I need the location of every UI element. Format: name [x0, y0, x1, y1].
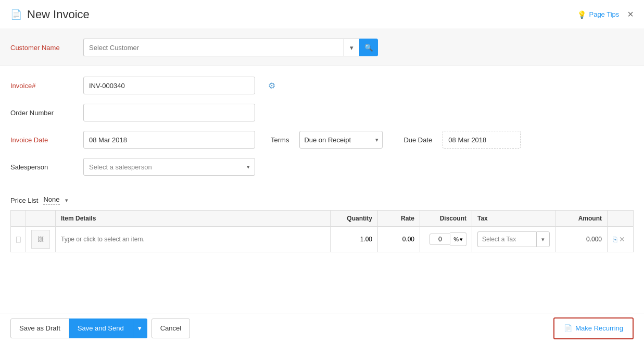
price-list-value: None: [43, 195, 59, 205]
invoice-number-row: Invoice# ⚙: [10, 77, 634, 94]
price-list-label: Price List: [10, 197, 38, 204]
invoice-number-label: Invoice#: [10, 82, 73, 90]
image-placeholder-icon: 🖼: [37, 236, 44, 243]
save-send-dropdown-button[interactable]: ▾: [133, 318, 147, 338]
main-form: Invoice# ⚙ Order Number Invoice Date Ter…: [0, 66, 644, 190]
tax-col-header: Tax: [472, 211, 555, 227]
close-icon[interactable]: ×: [627, 8, 634, 20]
quantity-input[interactable]: [336, 236, 372, 243]
drag-handle-icon[interactable]: ⎕: [16, 235, 20, 243]
item-details-col-header: Item Details: [56, 211, 331, 227]
item-details-input[interactable]: [61, 236, 325, 243]
item-details-cell[interactable]: [56, 227, 331, 252]
page-tips-button[interactable]: 💡 Page Tips: [577, 10, 619, 19]
amount-col-header: Amount: [555, 211, 608, 227]
make-recurring-button[interactable]: 📄 Make Recurring: [553, 317, 634, 339]
customer-dropdown-button[interactable]: ▾: [344, 39, 359, 56]
tax-cell: Select a Tax ▾: [472, 227, 555, 252]
save-send-dropdown-icon: ▾: [138, 324, 142, 332]
rate-cell[interactable]: [378, 227, 420, 252]
salesperson-select[interactable]: Select a salesperson: [83, 158, 255, 176]
header: 📄 New Invoice 💡 Page Tips ×: [0, 0, 644, 29]
discount-chevron-icon: ▾: [460, 236, 463, 243]
tax-select-wrapper: Select a Tax ▾: [477, 231, 550, 247]
due-date-label: Due Date: [403, 136, 432, 144]
discount-cell: % ▾: [420, 227, 472, 252]
customer-name-label: Customer Name: [10, 44, 73, 52]
item-image: 🖼: [31, 230, 50, 249]
terms-select[interactable]: Due on Receipt Net 15 Net 30 Net 45 Net …: [299, 131, 383, 149]
amount-value: 0.000: [586, 236, 602, 243]
terms-label: Terms: [271, 136, 289, 144]
save-and-send-button[interactable]: Save and Send: [69, 318, 133, 338]
chevron-down-icon: ▾: [350, 44, 353, 52]
cancel-button[interactable]: Cancel: [151, 318, 190, 338]
tax-chevron-button[interactable]: ▾: [536, 231, 550, 247]
invoice-number-input[interactable]: [83, 77, 255, 94]
price-list-section: Price List None ▾ Item Details Quantity …: [0, 190, 644, 258]
invoice-date-label: Invoice Date: [10, 136, 73, 144]
order-number-label: Order Number: [10, 109, 73, 117]
order-number-input[interactable]: [83, 104, 255, 121]
quantity-col-header: Quantity: [331, 211, 378, 227]
tax-chevron-icon: ▾: [541, 236, 545, 243]
recurring-icon: 📄: [564, 324, 572, 332]
invoice-date-input[interactable]: [83, 131, 255, 149]
due-date-input[interactable]: [443, 131, 521, 149]
header-right: 💡 Page Tips ×: [577, 8, 634, 20]
delete-icon[interactable]: ✕: [619, 235, 625, 243]
price-list-row: Price List None ▾: [10, 195, 634, 205]
salesperson-row: Salesperson Select a salesperson ▾: [10, 158, 634, 176]
order-number-row: Order Number: [10, 104, 634, 121]
discount-input[interactable]: [430, 234, 450, 245]
footer: Save as Draft Save and Send ▾ Cancel 📄 M…: [0, 313, 644, 343]
drag-handle-cell: ⎕: [11, 227, 26, 252]
page-title: New Invoice: [27, 8, 90, 21]
salesperson-label: Salesperson: [10, 163, 73, 171]
make-recurring-label: Make Recurring: [575, 324, 623, 332]
row-actions-cell: ⎘ ✕: [608, 227, 634, 252]
footer-right: 📄 Make Recurring: [553, 317, 634, 339]
discount-pct-label: %: [453, 236, 459, 242]
price-list-dropdown-icon[interactable]: ▾: [65, 197, 68, 204]
discount-col-header: Discount: [420, 211, 472, 227]
tax-select[interactable]: Select a Tax: [477, 231, 536, 247]
discount-type-button[interactable]: % ▾: [450, 232, 466, 246]
customer-section: Customer Name ▾ 🔍: [0, 29, 644, 66]
row-actions: ⎘ ✕: [613, 235, 628, 243]
item-image-cell: 🖼: [26, 227, 56, 252]
customer-select-input[interactable]: [83, 39, 344, 56]
terms-wrapper: Due on Receipt Net 15 Net 30 Net 45 Net …: [299, 131, 383, 149]
search-icon: 🔍: [364, 44, 373, 52]
quantity-cell[interactable]: [331, 227, 378, 252]
page-tips-label: Page Tips: [589, 10, 619, 18]
save-draft-button[interactable]: Save as Draft: [10, 318, 69, 338]
customer-select-wrapper: ▾ 🔍: [83, 39, 378, 56]
items-table: Item Details Quantity Rate Discount Tax …: [10, 210, 634, 252]
drag-col-header: [11, 211, 26, 227]
customer-search-button[interactable]: 🔍: [359, 39, 378, 56]
amount-cell: 0.000: [555, 227, 608, 252]
rate-col-header: Rate: [378, 211, 420, 227]
actions-col-header: [608, 211, 634, 227]
copy-icon[interactable]: ⎘: [613, 235, 617, 243]
invoice-date-row: Invoice Date Terms Due on Receipt Net 15…: [10, 131, 634, 149]
image-col-header: [26, 211, 56, 227]
lightbulb-icon: 💡: [577, 10, 586, 19]
header-left: 📄 New Invoice: [10, 8, 90, 21]
invoice-icon: 📄: [10, 9, 22, 20]
gear-icon[interactable]: ⚙: [268, 81, 275, 91]
table-row: ⎕ 🖼: [11, 227, 634, 252]
rate-input[interactable]: [383, 236, 414, 243]
salesperson-wrapper: Select a salesperson ▾: [83, 158, 255, 176]
